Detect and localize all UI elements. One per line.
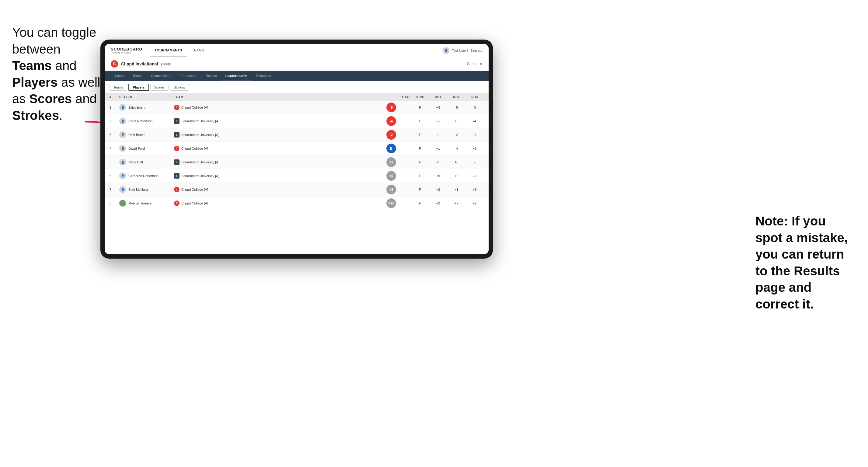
- tab-results[interactable]: Results: [202, 71, 221, 81]
- team-name: Scoreboard University [A]: [181, 174, 219, 178]
- rd3: +6: [465, 188, 484, 191]
- rd1: +1: [429, 133, 447, 136]
- rd2: -2: [447, 133, 465, 136]
- score-badge: +6: [386, 171, 396, 181]
- team-cell: S Scoreboard University [A]: [174, 173, 386, 179]
- table-row: 6 👤 Cameron Robertson S Scoreboard Unive…: [105, 169, 489, 183]
- tab-course-setup[interactable]: Course Setup: [147, 71, 176, 81]
- tournament-title-row: C Clippd Invitational (Men): [111, 60, 171, 67]
- strokes-toggle-button[interactable]: Strokes: [170, 84, 189, 91]
- player-name: Rich Butler: [128, 133, 145, 136]
- cancel-button[interactable]: Cancel ✕: [467, 62, 483, 66]
- col-rank: #: [110, 96, 119, 99]
- rank: 2: [110, 119, 119, 123]
- rd1: +1: [429, 160, 447, 164]
- player-cell: 👤 Chris Robertson: [119, 118, 174, 124]
- rd3: -1: [465, 174, 484, 178]
- right-annotation-text: Note: If you spot a mistake, you can ret…: [755, 214, 848, 311]
- team-name: Scoreboard University [A]: [181, 160, 219, 164]
- team-logo: C: [174, 146, 180, 151]
- player-cell: 👤 Blair McHarg: [119, 186, 174, 193]
- team-cell: C Clippd College [A]: [174, 105, 386, 110]
- thru: F: [411, 119, 429, 123]
- total-score: +11: [386, 198, 411, 208]
- tournament-logo: C: [111, 60, 118, 67]
- table-row: 3 👤 Rich Butler S Scoreboard University …: [105, 128, 489, 142]
- rd3: +3: [465, 147, 484, 150]
- player-name: Marcus Turners: [128, 201, 152, 205]
- total-score: -4: [386, 116, 411, 126]
- player-cell: 👤 Rees Britt: [119, 159, 174, 165]
- table-row: 1 👤 Elliot Ebert C Clippd College [A] -8…: [105, 101, 489, 115]
- tournament-name: Clippd Invitational: [121, 61, 158, 66]
- col-rd1: RD1: [429, 96, 447, 99]
- rd2: E: [447, 160, 465, 164]
- user-avatar: 👤: [443, 47, 450, 54]
- rank: 5: [110, 160, 119, 164]
- score-badge: -4: [386, 116, 396, 126]
- rd1: +2: [429, 188, 447, 191]
- team-logo: C: [174, 187, 180, 192]
- team-name: Clippd College [A]: [181, 147, 208, 150]
- total-score: -2: [386, 130, 411, 139]
- team-logo: C: [174, 200, 180, 206]
- rd2: -4: [447, 147, 465, 150]
- right-annotation: Note: If you spot a mistake, you can ret…: [755, 213, 856, 313]
- player-avatar: 👤: [119, 118, 126, 124]
- tabs-bar: Details Teams Course Setup Tee Groups Re…: [105, 71, 489, 81]
- rd1: +1: [429, 147, 447, 150]
- left-annotation-text: You can toggle between Teams and Players…: [12, 25, 100, 123]
- player-avatar: 👤: [119, 186, 126, 193]
- team-logo: S: [174, 132, 180, 137]
- tournament-gender: (Men): [161, 62, 171, 66]
- player-name: Elliot Ebert: [128, 105, 145, 109]
- tablet-screen: SCOREBOARD Powered by clippd TOURNAMENTS…: [105, 44, 489, 254]
- player-name: Rees Britt: [128, 160, 143, 164]
- player-avatar: 🌿: [119, 200, 126, 207]
- tab-leaderboards[interactable]: Leaderboards: [221, 71, 252, 81]
- score-badge: -8: [386, 102, 396, 112]
- col-team: TEAM: [174, 96, 386, 99]
- left-annotation: You can toggle between Teams and Players…: [12, 24, 100, 124]
- signout-link[interactable]: Sign out: [470, 49, 483, 52]
- total-score: +6: [386, 171, 411, 181]
- tablet-frame: SCOREBOARD Powered by clippd TOURNAMENTS…: [100, 39, 493, 258]
- team-cell: S Scoreboard University [A]: [174, 118, 386, 124]
- rd3: -5: [465, 105, 484, 109]
- thru: F: [411, 174, 429, 178]
- scoreboard-logo: SCOREBOARD Powered by clippd: [111, 47, 143, 54]
- rd2: +7: [447, 201, 465, 205]
- score-badge: +11: [386, 198, 396, 208]
- tab-printables[interactable]: Printables: [252, 71, 275, 81]
- team-cell: S Scoreboard University [A]: [174, 132, 386, 137]
- rd2: +2: [447, 174, 465, 178]
- rank: 7: [110, 188, 119, 191]
- rd3: E: [465, 160, 484, 164]
- player-cell: 👤 Elliot Ebert: [119, 104, 174, 111]
- team-logo: C: [174, 105, 180, 110]
- col-rd2: RD2: [447, 96, 465, 99]
- rd1: -5: [429, 119, 447, 123]
- sub-controls: Teams Players Scores Strokes: [105, 81, 489, 94]
- thru: F: [411, 188, 429, 191]
- table-row: 5 👤 Rees Britt S Scoreboard University […: [105, 155, 489, 169]
- nav-link-teams[interactable]: TEAMS: [187, 44, 209, 57]
- player-cell: 👤 Cameron Robertson: [119, 173, 174, 179]
- players-toggle-button[interactable]: Players: [128, 84, 149, 91]
- tab-teams[interactable]: Teams: [128, 71, 147, 81]
- table-row: 8 🌿 Marcus Turners C Clippd College [A] …: [105, 196, 489, 210]
- rd3: +2: [465, 201, 484, 205]
- rd2: +5: [447, 119, 465, 123]
- total-score: E: [386, 144, 411, 153]
- table-row: 4 👤 David Ford C Clippd College [A] E F …: [105, 142, 489, 155]
- team-name: Scoreboard University [A]: [181, 119, 219, 123]
- team-logo: S: [174, 118, 180, 124]
- tab-details[interactable]: Details: [110, 71, 128, 81]
- total-score: +1: [386, 157, 411, 167]
- scores-toggle-button[interactable]: Scores: [150, 84, 168, 91]
- team-name: Scoreboard University [A]: [181, 133, 219, 136]
- nav-link-tournaments[interactable]: TOURNAMENTS: [150, 44, 187, 57]
- teams-toggle-button[interactable]: Teams: [110, 84, 127, 91]
- tab-tee-groups[interactable]: Tee Groups: [176, 71, 202, 81]
- table-header: # PLAYER TEAM TOTAL THRU RD1 RD2 RD3: [105, 94, 489, 101]
